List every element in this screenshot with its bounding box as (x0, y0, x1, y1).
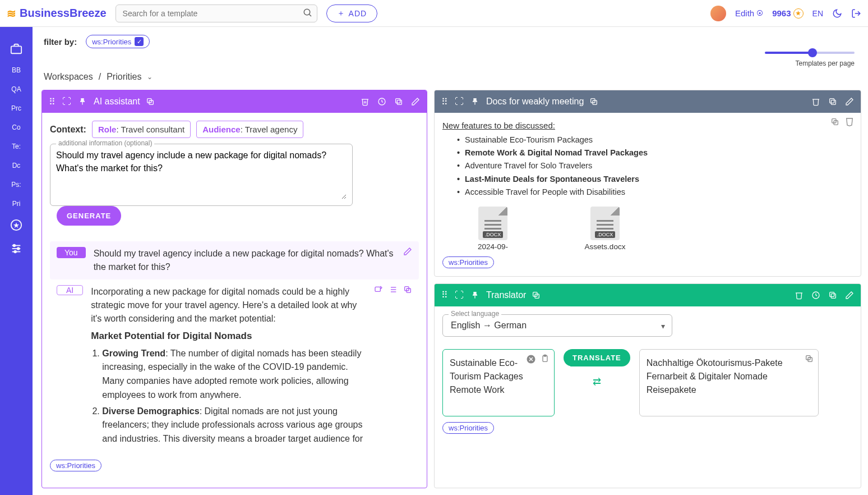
svg-rect-25 (831, 100, 835, 104)
ai-message: AI Incorporating a new package for digit… (50, 279, 419, 454)
generate-button[interactable]: GENERATE (57, 206, 121, 226)
language-selector[interactable]: EN (812, 9, 823, 18)
sidebar-item-dc[interactable]: Dc (12, 162, 21, 169)
list-icon[interactable] (389, 285, 398, 294)
docs-heading: New features to be discussed: (442, 121, 853, 130)
copy-output-icon[interactable] (805, 354, 814, 363)
expand-icon[interactable]: ⛶ (62, 97, 71, 107)
sidebar-item-te[interactable]: Te: (12, 143, 21, 150)
grip-icon[interactable]: ⠿ (441, 97, 448, 107)
duplicate-icon[interactable] (828, 291, 837, 300)
edit-icon[interactable] (411, 97, 420, 106)
filter-chip[interactable]: ws:Priorities ✓ (86, 35, 150, 48)
context-textarea[interactable]: Should my travel agency include a new pa… (56, 149, 347, 199)
sidebar-item-qa[interactable]: QA (11, 85, 21, 93)
breadcrumb-priorities[interactable]: Priorities (107, 72, 141, 82)
ai-assistant-card: ⠿ ⛶ AI assistant (41, 90, 427, 488)
language-select[interactable]: Select language English → German ▾ (442, 314, 672, 337)
user-name[interactable]: Edith ⦿ (735, 8, 763, 18)
expand-icon[interactable]: ⛶ (455, 97, 464, 107)
slider-thumb[interactable] (808, 48, 817, 57)
audience-chip[interactable]: Audience: Travel agency (196, 121, 303, 138)
copy-response-icon[interactable] (403, 285, 412, 294)
briefcase-icon[interactable] (10, 43, 22, 55)
annotate-icon[interactable] (374, 285, 383, 294)
search-wrap (116, 4, 317, 22)
logo[interactable]: ≋ BusinessBreeze (7, 7, 107, 20)
svg-line-1 (309, 14, 311, 16)
expand-icon[interactable]: ⛶ (455, 290, 464, 300)
pin-icon[interactable] (470, 97, 479, 106)
copy-content-icon[interactable] (830, 117, 839, 126)
history-icon[interactable] (811, 291, 820, 300)
source-text[interactable]: Sustainable Eco-Tourism Packages Remote … (442, 349, 555, 416)
chevron-down-icon[interactable]: ⌄ (147, 73, 153, 81)
list-item: Accessible Travel for People with Disabi… (465, 186, 853, 199)
copy-icon[interactable] (589, 97, 598, 106)
svg-rect-33 (830, 292, 834, 297)
trash-icon[interactable] (795, 291, 804, 300)
breadcrumb: Workspaces / Priorities ⌄ (33, 67, 868, 90)
edit-icon[interactable] (845, 291, 854, 300)
logout-icon[interactable] (851, 8, 861, 19)
clear-icon[interactable] (526, 354, 536, 364)
plus-icon: ＋ (337, 8, 345, 19)
grip-icon[interactable]: ⠿ (49, 97, 56, 107)
sidebar-item-pri[interactable]: Pri (12, 200, 21, 208)
file-item[interactable]: .DOCX Assets.docx (577, 207, 633, 251)
pin-icon[interactable] (78, 97, 87, 106)
svg-marker-5 (13, 222, 19, 228)
copy-icon[interactable] (532, 291, 541, 300)
svg-rect-16 (396, 99, 400, 103)
workspace-tag[interactable]: ws:Priorities (50, 460, 101, 471)
paste-icon[interactable] (541, 354, 550, 364)
search-input[interactable] (116, 4, 317, 22)
swap-icon[interactable]: ⇄ (593, 375, 601, 388)
trash-icon[interactable] (811, 97, 820, 106)
templates-slider[interactable] (765, 52, 855, 54)
sidebar-item-co[interactable]: Co (12, 123, 20, 131)
search-icon[interactable] (303, 8, 313, 18)
duplicate-icon[interactable] (828, 97, 837, 106)
html-icon[interactable] (845, 117, 854, 126)
trash-icon[interactable] (361, 97, 370, 106)
docs-card: ⠿ ⛶ Docs for weakly meeting (434, 90, 861, 277)
history-icon[interactable] (377, 97, 386, 106)
breadcrumb-workspaces[interactable]: Workspaces (44, 72, 93, 82)
role-chip[interactable]: Role: Travel consultant (92, 121, 191, 138)
edit-icon[interactable] (845, 97, 854, 106)
list-item: Sustainable Eco-Tourism Packages (465, 134, 853, 146)
verified-icon: ⦿ (756, 10, 763, 17)
edit-message-icon[interactable] (403, 247, 412, 256)
sidebar-item-ps[interactable]: Ps: (11, 181, 21, 189)
workspace-tag[interactable]: ws:Priorities (442, 422, 494, 434)
filter-label: filter by: (44, 37, 77, 47)
sidebar-item-prc[interactable]: Prc (11, 104, 21, 112)
card-title: Translator (486, 290, 526, 300)
user-message-text: Should my travel agency include a new pa… (94, 247, 395, 274)
sidebar-item-bb[interactable]: BB (12, 66, 21, 74)
pin-icon[interactable] (470, 291, 479, 300)
ai-badge: AI (57, 285, 83, 295)
slider-label: Templates per page (796, 59, 855, 67)
avatar[interactable] (710, 6, 726, 21)
file-item[interactable]: .DOCX 2024-09- (465, 207, 521, 251)
star-circle-icon[interactable] (10, 219, 22, 231)
svg-point-9 (13, 245, 16, 247)
svg-rect-15 (397, 100, 401, 104)
sidebar: BB QA Prc Co Te: Dc Ps: Pri (0, 27, 33, 495)
copy-icon[interactable] (146, 97, 155, 106)
moon-icon[interactable] (832, 8, 842, 19)
add-button[interactable]: ＋ ADD (326, 4, 378, 22)
sliders-icon[interactable] (10, 242, 22, 255)
points[interactable]: 9963 ★ (772, 8, 803, 19)
star-icon: ★ (793, 8, 804, 19)
workspace-tag[interactable]: ws:Priorities (442, 256, 494, 268)
svg-point-10 (17, 247, 20, 250)
translate-button[interactable]: TRANSLATE (564, 349, 630, 366)
checkbox-icon: ✓ (135, 37, 144, 46)
duplicate-icon[interactable] (394, 97, 403, 106)
list-item: Remote Work & Digital Nomad Travel Packa… (465, 146, 853, 159)
grip-icon[interactable]: ⠿ (441, 290, 448, 300)
textarea-legend: additional information (optional) (56, 139, 154, 147)
